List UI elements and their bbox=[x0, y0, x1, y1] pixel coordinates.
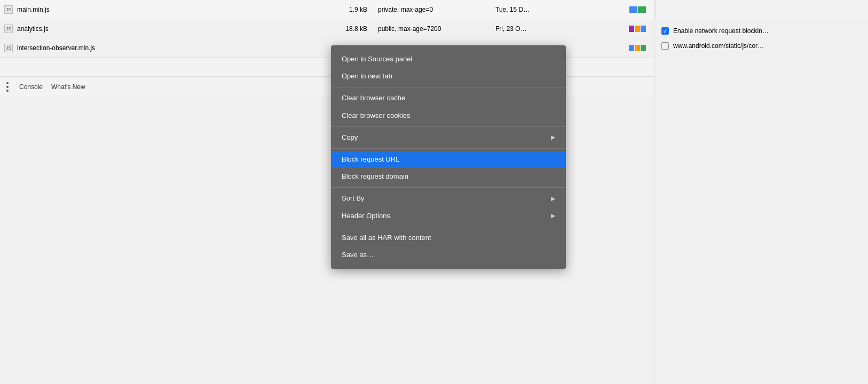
waterfall-segment bbox=[635, 26, 640, 32]
submenu-arrow-icon: ▶ bbox=[551, 212, 555, 220]
waterfall-cell bbox=[570, 45, 650, 51]
tab-whats-new[interactable]: What's New bbox=[51, 82, 85, 92]
menu-item[interactable]: Header Options ▶ bbox=[331, 207, 566, 225]
file-name-cell: JS analytics.js bbox=[4, 25, 314, 33]
menu-item-label: Clear browser cookies bbox=[342, 111, 411, 121]
file-icon: JS bbox=[4, 5, 13, 14]
file-icon: JS bbox=[4, 25, 13, 33]
file-icon: JS bbox=[4, 44, 13, 52]
blocking-item-label: www.android.com/static/js/cor… bbox=[673, 42, 764, 50]
menu-item-label: Open in new tab bbox=[342, 71, 392, 81]
blocking-item-label: Enable network request blockin… bbox=[673, 27, 769, 35]
menu-section-5: Save all as HAR with content Save as… bbox=[331, 227, 566, 266]
waterfall-segment bbox=[641, 45, 646, 51]
right-panel: ✓ Enable network request blockin… www.an… bbox=[654, 0, 868, 384]
cache-cell: public, max-age=7200 bbox=[367, 25, 485, 33]
menu-item[interactable]: Block request domain bbox=[331, 168, 566, 185]
waterfall-bar bbox=[629, 45, 646, 51]
menu-item[interactable]: Block request URL bbox=[331, 151, 566, 168]
waterfall-segment bbox=[629, 45, 634, 51]
waterfall-segment bbox=[641, 26, 646, 32]
file-name-cell: JS main.min.js bbox=[4, 5, 314, 14]
blocking-list-item[interactable]: www.android.com/static/js/cor… bbox=[655, 38, 868, 53]
menu-item-label: Block request domain bbox=[342, 172, 408, 181]
menu-item[interactable]: Sort By ▶ bbox=[331, 190, 566, 207]
blocking-panel-header bbox=[655, 0, 868, 19]
menu-item-label: Save all as HAR with content bbox=[342, 233, 431, 243]
more-options-button[interactable] bbox=[4, 80, 11, 94]
menu-section-3: Block request URL Block request domain bbox=[331, 149, 566, 188]
file-name: main.min.js bbox=[17, 6, 50, 13]
menu-item[interactable]: Clear browser cache bbox=[331, 90, 566, 107]
menu-item[interactable]: Save all as HAR with content bbox=[331, 229, 566, 246]
size-cell: 1.9 kB bbox=[314, 6, 367, 13]
menu-item[interactable]: Open in new tab bbox=[331, 68, 566, 85]
menu-item-label: Block request URL bbox=[342, 155, 399, 164]
checkbox-unchecked[interactable] bbox=[661, 42, 669, 50]
menu-item[interactable]: Open in Sources panel bbox=[331, 51, 566, 68]
context-menu: Open in Sources panel Open in new tab Cl… bbox=[331, 45, 566, 269]
submenu-arrow-icon: ▶ bbox=[551, 195, 555, 203]
menu-section-1: Clear browser cache Clear browser cookie… bbox=[331, 87, 566, 126]
menu-item-label: Copy bbox=[342, 133, 358, 142]
size-cell: 18.8 kB bbox=[314, 25, 367, 33]
time-cell: Tue, 15 D… bbox=[485, 6, 570, 13]
dot bbox=[6, 82, 9, 84]
waterfall-segment bbox=[638, 6, 646, 13]
submenu-arrow-icon: ▶ bbox=[551, 133, 555, 141]
time-cell: Fri, 23 O… bbox=[485, 25, 570, 33]
menu-item-label: Save as… bbox=[342, 250, 374, 260]
waterfall-cell bbox=[570, 26, 650, 32]
cache-cell: private, max-age=0 bbox=[367, 6, 485, 13]
menu-section-2: Copy ▶ bbox=[331, 127, 566, 149]
waterfall-segment bbox=[629, 6, 637, 13]
tab-console[interactable]: Console bbox=[19, 82, 43, 92]
waterfall-segment bbox=[635, 45, 640, 51]
table-row[interactable]: JS main.min.js 1.9 kB private, max-age=0… bbox=[0, 0, 654, 19]
waterfall-segment bbox=[629, 26, 634, 32]
file-name-cell: JS intersection-observer.min.js bbox=[4, 44, 314, 52]
menu-item-label: Header Options bbox=[342, 211, 390, 221]
menu-item[interactable]: Save as… bbox=[331, 246, 566, 263]
waterfall-bar bbox=[629, 26, 646, 32]
file-name: intersection-observer.min.js bbox=[17, 44, 95, 52]
menu-item[interactable]: Clear browser cookies bbox=[331, 107, 566, 124]
table-row[interactable]: JS analytics.js 18.8 kB public, max-age=… bbox=[0, 19, 654, 38]
blocking-items-list: ✓ Enable network request blockin… www.an… bbox=[655, 19, 868, 58]
waterfall-cell bbox=[570, 6, 650, 13]
menu-item-label: Open in Sources panel bbox=[342, 54, 412, 64]
menu-section-4: Sort By ▶ Header Options ▶ bbox=[331, 188, 566, 227]
menu-section-0: Open in Sources panel Open in new tab bbox=[331, 49, 566, 87]
waterfall-bar bbox=[629, 6, 646, 13]
blocking-list-item[interactable]: ✓ Enable network request blockin… bbox=[655, 23, 868, 38]
file-name: analytics.js bbox=[17, 25, 49, 33]
menu-item-label: Sort By bbox=[342, 194, 365, 203]
menu-item[interactable]: Copy ▶ bbox=[331, 129, 566, 146]
dot bbox=[6, 86, 9, 88]
dot bbox=[6, 90, 9, 92]
checkbox-checked[interactable]: ✓ bbox=[661, 27, 669, 35]
menu-item-label: Clear browser cache bbox=[342, 93, 405, 103]
